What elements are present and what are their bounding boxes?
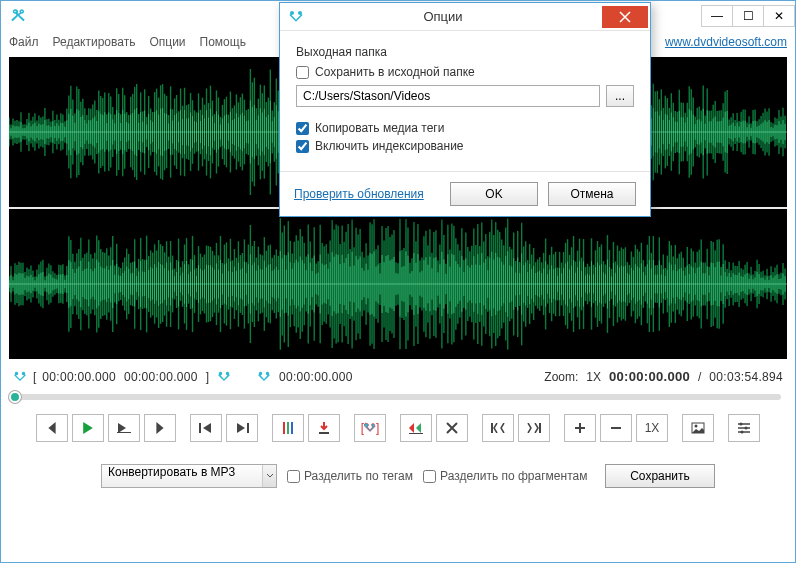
selection-to-start-button[interactable]: [482, 414, 514, 442]
svg-rect-1573: [539, 423, 541, 433]
zoom-out-button[interactable]: [600, 414, 632, 442]
seek-slider[interactable]: [15, 394, 781, 400]
svg-point-1575: [695, 425, 698, 428]
menu-help[interactable]: Помощь: [200, 35, 246, 49]
check-updates-link[interactable]: Проверить обновления: [294, 187, 424, 201]
format-dropdown-value: Конвертировать в MP3: [102, 465, 262, 487]
timecode-bar: [ 00:00:00.000 00:00:00.000 ] 00:00:00.0…: [1, 359, 795, 388]
cancel-button[interactable]: Отмена: [548, 182, 636, 206]
zoom-label: Zoom:: [544, 370, 578, 384]
waveform-channel-right: [9, 209, 787, 359]
svg-rect-1571: [409, 433, 423, 434]
menu-file[interactable]: Файл: [9, 35, 39, 49]
options-dialog: Опции Выходная папка Сохранить в исходно…: [279, 2, 651, 217]
step-back-button[interactable]: [36, 414, 68, 442]
play-to-end-button[interactable]: [108, 414, 140, 442]
browse-button[interactable]: ...: [606, 85, 634, 107]
dialog-titlebar[interactable]: Опции: [280, 3, 650, 31]
download-marker-button[interactable]: [308, 414, 340, 442]
play-button[interactable]: [72, 414, 104, 442]
site-link[interactable]: www.dvdvideosoft.com: [665, 35, 787, 49]
menu-options[interactable]: Опции: [149, 35, 185, 49]
svg-point-1577: [745, 427, 748, 430]
seek-thumb[interactable]: [9, 391, 21, 403]
set-markers-button[interactable]: [272, 414, 304, 442]
selection-to-end-button[interactable]: [518, 414, 550, 442]
zoom-in-button[interactable]: [564, 414, 596, 442]
total-duration: 00:03:54.894: [709, 370, 783, 384]
zoom-reset-button[interactable]: 1X: [636, 414, 668, 442]
enable-indexing-checkbox[interactable]: Включить индексирование: [296, 139, 634, 153]
svg-rect-1568: [287, 422, 289, 434]
delete-selection-button[interactable]: [436, 414, 468, 442]
svg-rect-1570: [319, 432, 329, 434]
step-forward-button[interactable]: [144, 414, 176, 442]
svg-point-1576: [740, 423, 743, 426]
split-by-fragments-checkbox[interactable]: Разделить по фрагментам: [423, 469, 587, 483]
cursor-scissors-icon: [257, 370, 271, 384]
svg-rect-1567: [283, 422, 285, 434]
thumbnail-button[interactable]: [682, 414, 714, 442]
format-dropdown[interactable]: Конвертировать в MP3: [101, 464, 277, 488]
bottom-bar: Конвертировать в MP3 Разделить по тегам …: [1, 450, 795, 502]
transport-toolbar: [] 1X: [1, 408, 795, 450]
output-path-input[interactable]: [296, 85, 600, 107]
selection-end-scissors-icon: [217, 370, 231, 384]
selection-start-scissors-icon: [13, 370, 27, 384]
selection-start-time: 00:00:00.000: [42, 370, 116, 384]
current-position: 00:00:00.000: [609, 369, 690, 384]
settings-button[interactable]: [728, 414, 760, 442]
zoom-value: 1X: [586, 370, 601, 384]
svg-rect-1572: [491, 423, 493, 433]
skip-end-button[interactable]: [226, 414, 258, 442]
dialog-logo-scissors-icon: [288, 9, 304, 25]
svg-rect-1565: [199, 423, 201, 433]
close-button[interactable]: ✕: [763, 5, 795, 27]
copy-media-tags-checkbox[interactable]: Копировать медиа теги: [296, 121, 634, 135]
app-logo-scissors-icon: [9, 7, 27, 25]
output-folder-label: Выходная папка: [296, 45, 634, 59]
minimize-button[interactable]: —: [701, 5, 733, 27]
svg-point-1578: [741, 431, 744, 434]
trim-left-button[interactable]: [400, 414, 432, 442]
dialog-close-button[interactable]: [602, 6, 648, 28]
split-by-tags-checkbox[interactable]: Разделить по тегам: [287, 469, 413, 483]
cursor-time: 00:00:00.000: [279, 370, 353, 384]
format-dropdown-chevron-icon[interactable]: [262, 465, 276, 487]
svg-rect-1564: [117, 432, 131, 433]
cut-selection-button[interactable]: []: [354, 414, 386, 442]
svg-rect-1569: [291, 422, 293, 434]
save-button[interactable]: Сохранить: [605, 464, 715, 488]
selection-end-time: 00:00:00.000: [124, 370, 198, 384]
dialog-title: Опции: [304, 9, 602, 24]
ok-button[interactable]: OK: [450, 182, 538, 206]
skip-start-button[interactable]: [190, 414, 222, 442]
time-separator: /: [698, 370, 701, 384]
save-in-source-checkbox[interactable]: Сохранить в исходной папке: [296, 65, 634, 79]
svg-rect-1566: [247, 423, 249, 433]
menu-edit[interactable]: Редактировать: [53, 35, 136, 49]
maximize-button[interactable]: ☐: [732, 5, 764, 27]
